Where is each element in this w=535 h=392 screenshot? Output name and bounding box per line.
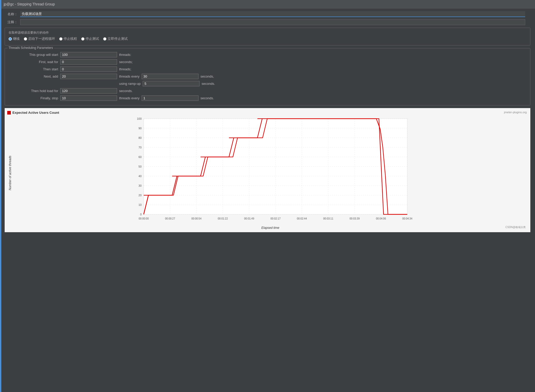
action-continue[interactable]: 继续	[9, 36, 20, 41]
param-unit-5b: seconds.	[200, 82, 215, 86]
param-unit-1: threads:	[117, 53, 131, 57]
param-label-7: Finally, stop	[9, 96, 60, 100]
param-unit-5a: using ramp-up	[117, 82, 141, 86]
param-label-6: Then hold load for	[9, 89, 60, 93]
param-input-every-seconds[interactable]	[142, 74, 198, 79]
svg-text:00:02:17: 00:02:17	[271, 217, 281, 220]
svg-text:00:00:27: 00:00:27	[165, 217, 175, 220]
param-row-5: using ramp-up seconds.	[9, 81, 526, 86]
param-input-start-threads[interactable]	[60, 52, 117, 57]
chart-area: Expected Active Users Count jmeter-plugi…	[5, 108, 530, 232]
svg-text:60: 60	[139, 155, 142, 159]
param-label-4: Next, add	[9, 74, 60, 78]
svg-text:10: 10	[139, 203, 142, 206]
chart-title-text: Expected Active Users Count	[12, 111, 59, 115]
params-section: Threads Scheduling Parameters This group…	[5, 48, 530, 105]
chart-svg-element: 100 90 80 70 60 50 40 30 20 10 0	[13, 116, 528, 225]
action-stop-thread[interactable]: 停止线程	[59, 36, 77, 41]
param-row-6: Then hold load for seconds.	[9, 88, 526, 94]
param-unit-7b: seconds.	[198, 96, 214, 100]
chart-title-row: Expected Active Users Count	[7, 111, 528, 115]
svg-text:00:02:44: 00:02:44	[297, 217, 307, 220]
name-row: 名称：	[5, 11, 530, 17]
chart-watermark: jmeter-plugins.org	[504, 111, 527, 114]
chart-legend-box	[7, 111, 11, 115]
svg-text:100: 100	[137, 117, 142, 120]
action-stop-test[interactable]: 停止测试	[81, 36, 99, 41]
svg-text:00:03:39: 00:03:39	[350, 217, 360, 220]
param-unit-6: seconds.	[117, 89, 133, 93]
action-stop-now[interactable]: 立即停止测试	[103, 36, 128, 41]
param-unit-4b: seconds,	[198, 74, 214, 78]
action-section: 在取样器错误后要执行的动作 继续 启动下一进程循环 停止线程 停止测试	[5, 28, 530, 46]
action-next-loop[interactable]: 启动下一进程循环	[24, 36, 55, 41]
svg-text:0: 0	[140, 213, 142, 216]
comment-input[interactable]	[20, 19, 525, 25]
left-accent	[0, 0, 1, 235]
svg-text:50: 50	[139, 165, 142, 168]
svg-text:00:03:11: 00:03:11	[323, 217, 333, 220]
svg-text:80: 80	[139, 136, 142, 139]
comment-row: 注释：	[5, 19, 530, 25]
svg-text:70: 70	[139, 146, 142, 149]
comment-label: 注释：	[5, 20, 20, 25]
main-container: jp@gc - Stepping Thread Group 名称： 注释： 在取…	[0, 0, 535, 235]
param-row-1: This group will start threads:	[9, 52, 526, 57]
param-input-hold[interactable]	[60, 88, 117, 94]
params-title: Threads Scheduling Parameters	[7, 46, 54, 50]
param-input-stop-every[interactable]	[142, 95, 198, 101]
param-row-2: First, wait for seconds;	[9, 59, 526, 65]
param-input-rampup[interactable]	[143, 81, 200, 86]
svg-text:00:00:00: 00:00:00	[139, 217, 149, 220]
svg-text:00:01:22: 00:01:22	[218, 217, 228, 220]
action-section-title: 在取样器错误后要执行的动作	[9, 31, 49, 35]
name-input[interactable]	[20, 11, 525, 17]
param-unit-2: seconds;	[117, 60, 133, 64]
x-axis-label: Elapsed time	[13, 226, 528, 230]
name-label: 名称：	[5, 12, 20, 17]
param-label-2: First, wait for	[9, 60, 60, 64]
action-radio-row: 继续 启动下一进程循环 停止线程 停止测试 立即停止测试	[9, 35, 526, 43]
param-row-4: Next, add threads every seconds,	[9, 74, 526, 79]
param-row-3: Then start threads;	[9, 66, 526, 72]
svg-text:40: 40	[139, 175, 142, 178]
chart-inner: 100 90 80 70 60 50 40 30 20 10 0	[13, 116, 528, 230]
param-unit-4a: threads every	[117, 74, 140, 78]
param-input-add-threads[interactable]	[60, 74, 117, 79]
svg-text:20: 20	[139, 194, 142, 197]
param-row-7: Finally, stop threads every seconds.	[9, 95, 526, 101]
param-label-1: This group will start	[9, 53, 60, 57]
param-unit-3: threads;	[117, 67, 131, 71]
param-label-3: Then start	[9, 67, 60, 71]
param-unit-7a: threads every	[117, 96, 140, 100]
param-input-stop-threads[interactable]	[60, 95, 117, 101]
chart-svg: 100 90 80 70 60 50 40 30 20 10 0	[13, 116, 528, 225]
svg-text:00:00:54: 00:00:54	[192, 217, 202, 220]
svg-text:90: 90	[139, 127, 142, 130]
chart-watermark2: CSDN@格域分类	[506, 225, 526, 229]
param-input-then-start[interactable]	[60, 66, 117, 72]
svg-text:00:01:49: 00:01:49	[244, 217, 254, 220]
form-area: 名称： 注释： 在取样器错误后要执行的动作 继续 启动下一进程循环	[0, 9, 535, 235]
svg-text:00:04:34: 00:04:34	[402, 217, 412, 220]
window-title: jp@gc - Stepping Thread Group	[4, 2, 55, 6]
svg-text:30: 30	[139, 184, 142, 187]
param-input-wait[interactable]	[60, 59, 117, 65]
y-axis-label: Number of active threads	[7, 116, 13, 230]
chart-wrapper: Number of active threads	[7, 116, 528, 230]
svg-text:00:04:06: 00:04:06	[376, 217, 386, 220]
title-bar: jp@gc - Stepping Thread Group	[0, 0, 535, 9]
